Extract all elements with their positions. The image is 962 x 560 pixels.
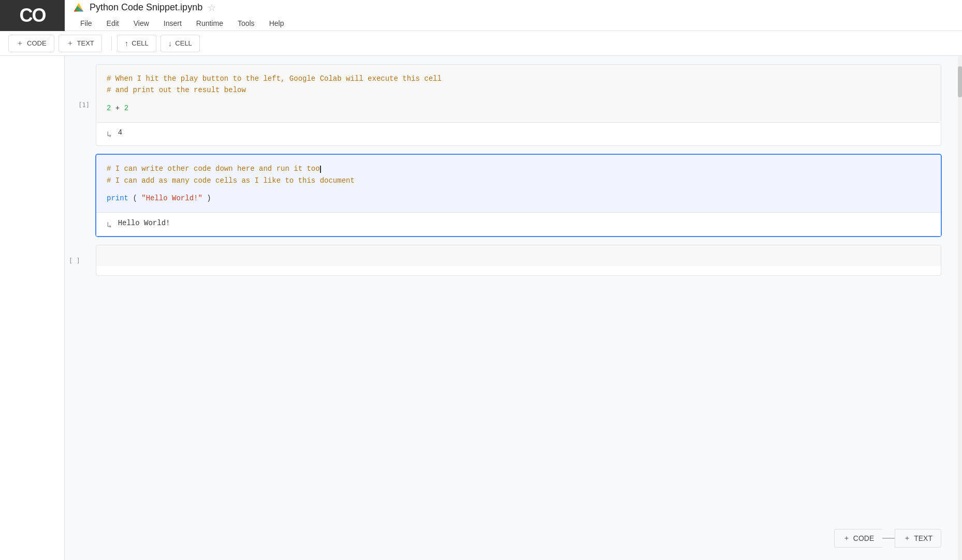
cell-2-code[interactable]: # I can write other code down here and r… <box>96 155 941 212</box>
toolbar: ＋ CODE ＋ TEXT ↑ CELL ↓ CELL <box>0 31 962 56</box>
cell-1[interactable]: # When I hit the play button to the left… <box>96 64 941 123</box>
toolbar-divider <box>111 36 112 51</box>
cell-down-label: CELL <box>175 39 192 47</box>
plus-text-icon: ＋ <box>66 38 74 48</box>
bottom-add-code-button[interactable]: ＋ CODE <box>834 529 882 548</box>
menu-file[interactable]: File <box>73 16 99 31</box>
cell-2-comment-1: # I can write other code down here and r… <box>107 163 930 174</box>
menu-view[interactable]: View <box>126 16 156 31</box>
menu-tools[interactable]: Tools <box>230 16 262 31</box>
add-text-label: TEXT <box>77 39 94 47</box>
bottom-add-text-button[interactable]: ＋ TEXT <box>895 529 941 548</box>
menu-edit[interactable]: Edit <box>99 16 126 31</box>
top-bar: CO Python Code Snippet.ipynb ☆ File Edit… <box>0 0 962 31</box>
menu-help[interactable]: Help <box>262 16 291 31</box>
bottom-divider <box>882 538 895 539</box>
cell-1-wrapper: [1] # When I hit the play button to the … <box>65 64 962 146</box>
notebook-area[interactable]: › [1] # When I hit the play button to th… <box>65 56 962 560</box>
bottom-toolbar: ＋ CODE ＋ TEXT <box>834 529 941 548</box>
cell-1-expression: 2 + 2 <box>107 102 930 114</box>
star-icon[interactable]: ☆ <box>208 2 216 13</box>
main-content: › [1] # When I hit the play button to th… <box>0 56 962 560</box>
bottom-plus-text-icon: ＋ <box>903 534 911 543</box>
cell-1-output: ↳ 4 <box>96 122 941 146</box>
cell-1-label: [1] <box>69 101 90 109</box>
drive-icon <box>73 2 84 13</box>
colab-logo-text: CO <box>20 5 46 26</box>
cell-2-output: ↳ Hello World! <box>96 212 941 236</box>
add-code-button[interactable]: ＋ CODE <box>8 35 54 52</box>
menu-row: File Edit View Insert Runtime Tools Help <box>73 16 962 31</box>
cell-2-comment-2: # I can add as many code cells as I like… <box>107 175 930 186</box>
title-row: Python Code Snippet.ipynb ☆ <box>73 0 962 16</box>
cell-3-label: [ ] <box>69 257 80 264</box>
menu-insert[interactable]: Insert <box>156 16 189 31</box>
bottom-plus-code-icon: ＋ <box>843 534 850 543</box>
cell-2[interactable]: # I can write other code down here and r… <box>96 154 941 237</box>
cell-down-button[interactable]: ↓ CELL <box>161 35 200 52</box>
output-icon-1: ↳ <box>107 129 112 139</box>
text-cursor <box>320 166 321 173</box>
menu-runtime[interactable]: Runtime <box>189 16 230 31</box>
cell-2-output-text: Hello World! <box>118 219 170 227</box>
plus-icon: ＋ <box>16 38 24 48</box>
cell-1-code[interactable]: # When I hit the play button to the left… <box>96 65 941 122</box>
cell-3-code[interactable] <box>96 245 941 266</box>
cell-up-label: CELL <box>132 39 149 47</box>
cell-2-wrapper: ▶ # I can write other code down here and… <box>65 154 962 237</box>
left-sidebar <box>0 56 65 560</box>
scrollbar-track[interactable] <box>958 56 962 560</box>
cell-1-comment-2: # and print out the result below <box>107 84 930 96</box>
add-text-button[interactable]: ＋ TEXT <box>59 35 102 52</box>
cell-2-code-line: print ( "Hello World!" ) <box>107 193 930 204</box>
cell-3[interactable] <box>96 245 941 276</box>
bottom-text-label: TEXT <box>914 534 932 542</box>
cell-1-comment-1: # When I hit the play button to the left… <box>107 73 930 84</box>
cell-1-output-text: 4 <box>118 128 122 137</box>
arrow-up-icon: ↑ <box>125 39 129 48</box>
output-icon-2: ↳ <box>107 220 112 230</box>
scrollbar-thumb[interactable] <box>958 66 962 97</box>
arrow-down-icon: ↓ <box>168 39 172 48</box>
cell-up-button[interactable]: ↑ CELL <box>117 35 156 52</box>
cell-3-wrapper: [ ] <box>65 245 962 276</box>
bottom-code-label: CODE <box>853 534 874 542</box>
colab-logo: CO <box>0 0 65 31</box>
notebook-title: Python Code Snippet.ipynb <box>90 2 202 13</box>
top-bar-right: Python Code Snippet.ipynb ☆ File Edit Vi… <box>65 0 962 31</box>
add-code-label: CODE <box>27 39 47 47</box>
